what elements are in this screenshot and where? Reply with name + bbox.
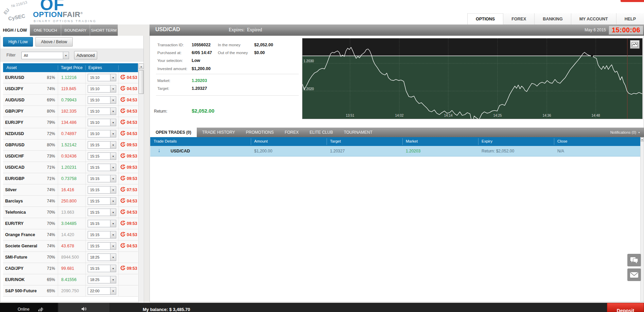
dropdown-arrow-icon[interactable]: ▼ [110,243,116,249]
dropdown-arrow-icon[interactable]: ▼ [110,130,116,137]
tab-boundary[interactable]: BOUNDARY [61,24,90,36]
nav-tab-help[interactable]: HELP [616,13,644,24]
scroll-up-icon[interactable]: ▲ [641,137,644,142]
dropdown-arrow-icon[interactable]: ▼ [110,220,116,227]
notifications-toggle[interactable]: Notifications (0) ▼ [610,128,640,137]
open-trade-row-usd-cad[interactable]: ↓USD/CAD$1,200.001.203271.20203Return: $… [150,146,641,157]
asset-row-telefonica[interactable]: Telefonica70%13.66315:15▼04:53 [3,207,138,218]
dropdown-arrow-icon[interactable]: ▼ [110,265,116,272]
expiry-select[interactable]: 15:10▼ [88,130,116,137]
contact-email-button[interactable] [627,268,641,281]
dropdown-arrow-icon[interactable]: ▼ [110,231,116,238]
countdown-timer: 04:53 [127,120,137,125]
expiry-cell: 15:15▼ [86,207,119,218]
tab-forex[interactable]: FOREX [279,128,304,137]
asset-row-societe-general[interactable]: Societe General74%43.67815:15▼04:53 [3,241,138,252]
scroll-up-icon[interactable]: ▲ [139,64,144,69]
tab-promotions[interactable]: PROMOTIONS [241,128,279,137]
expiry-select[interactable]: 15:15▼ [88,231,116,239]
dropdown-arrow-icon[interactable]: ▼ [110,108,116,115]
expiry-select[interactable]: 15:15▼ [88,141,116,149]
asset-row-orange-france[interactable]: Orange France74%14.42015:15▼04:53 [3,229,138,241]
dropdown-arrow-icon[interactable]: ▼ [110,164,116,171]
asset-row-gbp-usd[interactable]: GBP/USD80%1.5214215:15▼09:53 [3,139,138,151]
asset-row-eur-usd[interactable]: EUR/USD81%1.1221615:10▼04:53 [3,72,138,83]
dropdown-arrow-icon[interactable]: ▼ [110,142,116,148]
asset-row-eur-gbp[interactable]: EUR/GBP71%0.7375815:15▼09:53 [3,173,138,184]
countdown-cell: 09:53 [119,139,138,150]
expiry-select[interactable]: 15:15▼ [88,186,116,194]
deposit-button[interactable]: Deposit [607,303,644,312]
expiry-select[interactable]: 15:15▼ [88,197,116,205]
countdown-timer: 04:53 [127,232,137,237]
asset-row-nzd-usd[interactable]: NZD/USD72%0.7489715:10▼04:53 [3,128,138,139]
asset-row-eur-nok[interactable]: EUR/NOK65%8.4155618:25▼ [3,274,138,285]
expiry-select[interactable]: 15:15▼ [88,152,116,160]
nav-tab-options[interactable]: OPTIONS [467,13,503,24]
asset-row-s-p-500-future[interactable]: S&P 500-Future65%2090.75022:00▼ [3,285,138,297]
nav-tab-my-account[interactable]: MY ACCOUNT [571,13,616,24]
dropdown-arrow-icon[interactable]: ▼ [110,198,116,204]
dropdown-arrow-icon[interactable]: ▼ [110,153,116,160]
dropdown-arrow-icon[interactable]: ▼ [110,276,116,283]
expiry-select[interactable]: 22:00▼ [88,287,116,295]
dropdown-arrow-icon[interactable]: ▼ [110,175,116,182]
expiry-select[interactable]: 15:10▼ [88,96,116,104]
tab-elite-club[interactable]: ELITE CLUB [304,128,338,137]
dropdown-arrow-icon[interactable]: ▼ [110,288,116,294]
scrollbar-thumb[interactable] [139,70,144,94]
dropdown-arrow-icon[interactable]: ▼ [110,209,116,216]
expiry-select[interactable]: 15:15▼ [88,265,116,272]
asset-row-silver[interactable]: Silver74%16.41615:15▼07:53 [3,184,138,196]
advanced-button[interactable]: Advanced [74,51,97,60]
asset-table-scrollbar[interactable]: ▲ ▼ [138,63,144,312]
asset-row-usd-chf[interactable]: USD/CHF73%0.9243615:15▼09:53 [3,151,138,162]
asset-row-gbp-jpy[interactable]: GBP/JPY80%182.33515:10▼04:53 [3,106,138,117]
expiry-select[interactable]: 18:25▼ [88,253,116,261]
expiry-select[interactable]: 15:10▼ [88,74,116,81]
asset-cell: CAD/JPY71% [3,263,58,274]
sound-toggle[interactable] [58,303,109,312]
expiry-select[interactable]: 15:15▼ [88,242,116,250]
asset-row-eur-try[interactable]: EUR/TRY70%3.0448515:15▼09:53 [3,218,138,229]
expiry-select[interactable]: 15:15▼ [88,175,116,182]
tab-trade-history[interactable]: TRADE HISTORY [197,128,241,137]
expiry-select[interactable]: 15:15▼ [88,209,116,216]
dropdown-arrow-icon[interactable]: ▼ [110,186,116,193]
expiry-select[interactable]: 15:10▼ [88,119,116,126]
mode-high-low-button[interactable]: High / Low [3,37,33,47]
asset-row-barclays[interactable]: Barclays74%250.80015:15▼04:53 [3,196,138,207]
tab-open-trades-0[interactable]: OPEN TRADES (0) [150,128,197,137]
dropdown-arrow-icon[interactable]: ▼ [110,74,116,81]
asset-row-aud-usd[interactable]: AUD/USD69%0.7994315:10▼04:53 [3,95,138,106]
expiry-select[interactable]: 15:10▼ [88,85,116,93]
tab-one-touch[interactable]: ONE TOUCH [30,24,61,36]
asset-row-smi-future[interactable]: SMI-Future70%8944.50018:25▼ [3,252,138,263]
tab-high-low[interactable]: HIGH / LOW [0,24,30,36]
top-right-red-button[interactable] [621,0,644,2]
asset-row-usd-cad[interactable]: USD/CAD71%1.2023115:15▼09:53 [3,162,138,173]
expiry-select[interactable]: 15:15▼ [88,164,116,171]
dropdown-arrow-icon[interactable]: ▼ [63,52,69,59]
nav-tab-banking[interactable]: BANKING [534,13,571,24]
dropdown-arrow-icon[interactable]: ▼ [110,85,116,92]
expiry-select[interactable]: 15:10▼ [88,108,116,115]
dropdown-arrow-icon[interactable]: ▼ [110,119,116,126]
expiry-select[interactable]: 15:15▼ [88,220,116,227]
countdown-clock-icon [120,243,125,249]
asset-row-usd-jpy[interactable]: USD/JPY74%119.84515:10▼04:53 [3,83,138,95]
col-close: Close [557,139,567,143]
asset-row-eur-jpy[interactable]: EUR/JPY79%134.48615:10▼04:53 [3,117,138,128]
mode-above-below-button[interactable]: Above / Below [35,37,73,47]
asset-row-cad-jpy[interactable]: CAD/JPY71%99.68115:15▼09:53 [3,263,138,274]
tab-short-term[interactable]: SHORT TERM [90,24,118,36]
nav-tab-forex[interactable]: FOREX [503,13,534,24]
dropdown-arrow-icon[interactable]: ▼ [110,97,116,103]
filter-select[interactable]: All ▼ [21,52,69,59]
chart-type-icon[interactable] [630,40,640,49]
expiry-select[interactable]: 18:25▼ [88,276,116,283]
asset-payout: 73% [47,154,58,159]
dropdown-arrow-icon[interactable]: ▼ [110,254,116,261]
tab-tournament[interactable]: TOURNAMENT [338,128,378,137]
live-chat-button[interactable] [627,254,641,266]
